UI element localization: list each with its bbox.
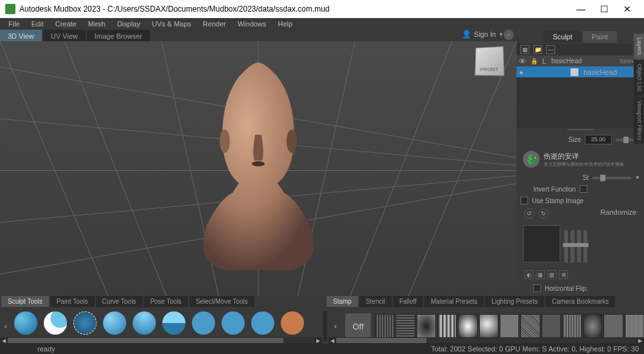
- btab-lighting[interactable]: Lighting Presets: [485, 296, 544, 307]
- head-model: [187, 57, 329, 270]
- eye-icon[interactable]: 👁: [519, 57, 528, 65]
- watermark-title: 伤逝的安详: [544, 152, 624, 161]
- viewcube[interactable]: FRONT: [475, 46, 504, 76]
- lock-icon[interactable]: 🔒: [531, 58, 540, 64]
- st-label: St: [583, 174, 589, 181]
- btab-select-tools[interactable]: Select/Move Tools: [189, 296, 254, 307]
- vslider-4[interactable]: [583, 230, 587, 262]
- stamp-6[interactable]: [479, 314, 498, 339]
- vsliders: [564, 225, 587, 262]
- btab-sculpt-tools[interactable]: Sculpt Tools: [1, 296, 49, 307]
- panel-toggle[interactable]: ›: [504, 30, 514, 40]
- app-icon: [5, 4, 15, 14]
- btab-curve-tools[interactable]: Curve Tools: [96, 296, 143, 307]
- tools-scrollbar[interactable]: ◀▶: [0, 337, 322, 344]
- stamp-1[interactable]: [375, 314, 394, 339]
- signin[interactable]: 👤 Sign In ▼: [462, 30, 504, 39]
- vslider-1[interactable]: [564, 230, 568, 262]
- side-objectlist[interactable]: Object List: [634, 60, 644, 95]
- hflip-checkbox[interactable]: [533, 284, 541, 292]
- side-tabs: Layers Object List Viewport Filters: [634, 34, 644, 144]
- rtab-paint[interactable]: Paint: [583, 31, 617, 43]
- side-layers[interactable]: Layers: [634, 34, 644, 59]
- right-panel: Sculpt Paint ▦ 📁 — 👁 🔒 L basicHead Stren…: [516, 30, 644, 296]
- folder-icon[interactable]: 📁: [533, 45, 542, 54]
- svg-point-14: [252, 161, 265, 166]
- vslider-3[interactable]: [577, 230, 581, 262]
- viewport[interactable]: FRONT: [0, 41, 516, 296]
- layer-root[interactable]: 👁 🔒 L basicHead Strength: [516, 55, 644, 66]
- btab-paint-tools[interactable]: Paint Tools: [50, 296, 95, 307]
- menu-mesh[interactable]: Mesh: [84, 19, 110, 28]
- menu-edit[interactable]: Edit: [27, 19, 48, 28]
- btab-stencil[interactable]: Stencil: [359, 296, 392, 307]
- menu-render[interactable]: Render: [198, 19, 231, 28]
- menu-help[interactable]: Help: [274, 19, 298, 28]
- btab-camera[interactable]: Camera Bookmarks: [545, 296, 615, 307]
- menu-uvs[interactable]: UVs & Maps: [147, 19, 196, 28]
- chevron-down-icon[interactable]: ▼: [635, 175, 640, 181]
- stamp-11[interactable]: [583, 314, 602, 339]
- invert-checkbox[interactable]: [580, 185, 587, 193]
- stamp-7[interactable]: [500, 314, 519, 339]
- size-label: Size: [569, 136, 581, 143]
- signin-label: Sign In: [474, 30, 496, 38]
- usestamp-label: Use Stamp Image: [532, 197, 583, 204]
- stamp-8[interactable]: [520, 314, 540, 339]
- btab-material[interactable]: Material Presets: [424, 296, 484, 307]
- rotate-cw-icon[interactable]: ↻: [538, 208, 549, 219]
- mesh-icon: [571, 68, 578, 76]
- stamp-preview[interactable]: [523, 225, 560, 262]
- opt-icon-3[interactable]: ▨: [547, 270, 556, 279]
- usestamp-checkbox[interactable]: [520, 197, 528, 204]
- watermark: 🐉 伤逝的安详 关注互联网与新的软件技术的IT技术博客: [520, 148, 640, 170]
- btab-falloff[interactable]: Falloff: [393, 296, 423, 307]
- opt-icon-2[interactable]: ▦: [536, 270, 545, 279]
- minimize-button[interactable]: —: [569, 0, 592, 18]
- status-ready: ready: [37, 345, 55, 353]
- properties: Size 25.00 🐉 伤逝的安详 关注互联网与新的软件技术的IT技术博客 S…: [516, 131, 644, 296]
- opt-icon-4[interactable]: ⊞: [559, 270, 568, 279]
- stamp-off[interactable]: Off: [345, 313, 371, 339]
- maximize-button[interactable]: ☐: [592, 0, 616, 18]
- menu-create[interactable]: Create: [51, 19, 81, 28]
- delete-icon[interactable]: —: [546, 45, 555, 54]
- vslider-2[interactable]: [571, 230, 574, 262]
- stamp-12[interactable]: [603, 314, 623, 339]
- stamp-13[interactable]: [625, 314, 644, 339]
- stamp-2[interactable]: [395, 314, 415, 339]
- layer-child[interactable]: ● basicHead: [516, 66, 644, 77]
- strength-slider[interactable]: [592, 177, 631, 179]
- stamps-prev[interactable]: ‹: [330, 322, 341, 331]
- tab-image-browser[interactable]: Image Browser: [87, 30, 150, 43]
- stamp-9[interactable]: [542, 314, 561, 339]
- separator: [323, 311, 327, 342]
- menu-display[interactable]: Display: [113, 19, 145, 28]
- menu-windows[interactable]: Windows: [233, 19, 271, 28]
- watermark-sub: 关注互联网与新的软件技术的IT技术博客: [544, 161, 624, 168]
- stamp-3[interactable]: [417, 314, 436, 339]
- svg-line-7: [348, 41, 451, 296]
- size-value[interactable]: 25.00: [585, 135, 612, 144]
- menubar: File Edit Create Mesh Display UVs & Maps…: [0, 18, 644, 30]
- menu-file[interactable]: File: [4, 19, 24, 28]
- rotate-ccw-icon[interactable]: ↺: [524, 208, 535, 219]
- new-layer-icon[interactable]: ▦: [520, 45, 529, 54]
- stamps-scrollbar[interactable]: ◀▶: [328, 337, 644, 344]
- opt-icon-1[interactable]: ◐: [524, 270, 533, 279]
- tools-prev[interactable]: ‹: [0, 322, 12, 331]
- stamp-5[interactable]: [458, 314, 477, 339]
- side-viewport-filters[interactable]: Viewport Filters: [634, 97, 644, 144]
- close-button[interactable]: ✕: [616, 0, 639, 18]
- btab-stamp[interactable]: Stamp: [327, 296, 358, 307]
- btab-pose-tools[interactable]: Pose Tools: [144, 296, 188, 307]
- bottom-panel: Sculpt Tools Paint Tools Curve Tools Pos…: [0, 296, 644, 354]
- randomize-label: Randomize: [600, 208, 636, 219]
- stamp-4[interactable]: [437, 314, 457, 339]
- rtab-sculpt[interactable]: Sculpt: [544, 31, 582, 43]
- tab-uv-view[interactable]: UV View: [43, 30, 86, 43]
- svg-line-6: [64, 41, 167, 296]
- stamp-10[interactable]: [562, 314, 582, 339]
- tab-3d-view[interactable]: 3D View: [0, 30, 42, 43]
- eye-icon[interactable]: ●: [519, 68, 528, 76]
